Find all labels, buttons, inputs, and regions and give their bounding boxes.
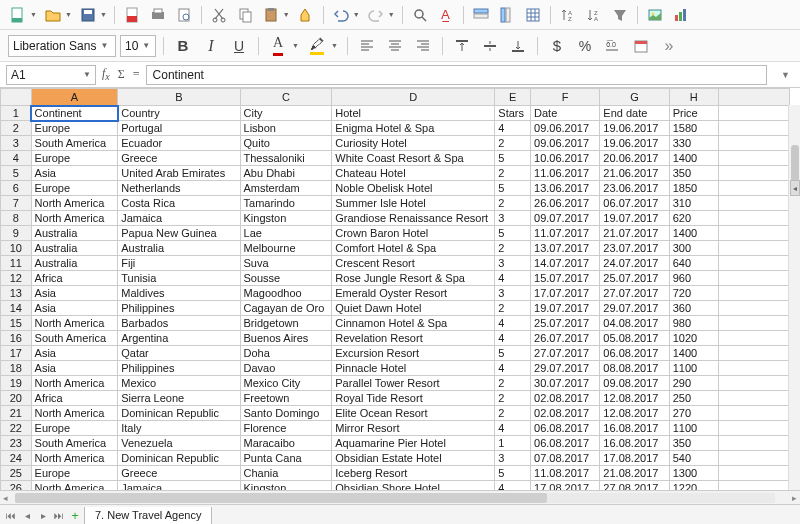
- cell[interactable]: 29.07.2017: [600, 301, 669, 316]
- cell[interactable]: 5: [495, 151, 531, 166]
- cell-reference-box[interactable]: A1 ▼: [6, 65, 96, 85]
- cell[interactable]: 11.07.2017: [531, 226, 600, 241]
- cell[interactable]: [718, 331, 789, 346]
- cell[interactable]: Mexico: [118, 376, 240, 391]
- cell[interactable]: Fiji: [118, 256, 240, 271]
- formula-input[interactable]: Continent: [146, 65, 768, 85]
- cell[interactable]: Davao: [240, 361, 332, 376]
- table-row[interactable]: 9AustraliaPapua New GuineaLaeCrown Baron…: [1, 226, 790, 241]
- paste-icon[interactable]: [259, 3, 283, 27]
- cell[interactable]: [718, 151, 789, 166]
- open-icon[interactable]: [41, 3, 65, 27]
- cell[interactable]: 19.06.2017: [600, 136, 669, 151]
- row-header[interactable]: 2: [1, 121, 32, 136]
- row-header[interactable]: 25: [1, 466, 32, 481]
- align-center-button[interactable]: [383, 34, 407, 58]
- cell[interactable]: Portugal: [118, 121, 240, 136]
- cell[interactable]: [718, 211, 789, 226]
- cell[interactable]: 17.08.2017: [600, 451, 669, 466]
- cell[interactable]: Asia: [31, 166, 118, 181]
- table-row[interactable]: 21North AmericaDominican RepublicSanto D…: [1, 406, 790, 421]
- cell[interactable]: 4: [495, 121, 531, 136]
- cell[interactable]: 09.06.2017: [531, 136, 600, 151]
- cell[interactable]: 5: [495, 181, 531, 196]
- row-header[interactable]: 18: [1, 361, 32, 376]
- number-button[interactable]: 0͞.0: [601, 34, 625, 58]
- cell[interactable]: North America: [31, 376, 118, 391]
- cell[interactable]: [718, 421, 789, 436]
- cell[interactable]: Quiet Dawn Hotel: [332, 301, 495, 316]
- row-header[interactable]: 4: [1, 151, 32, 166]
- cell[interactable]: 09.08.2017: [600, 376, 669, 391]
- cell[interactable]: Cagayan de Oro: [240, 301, 332, 316]
- cell[interactable]: Elite Ocean Resort: [332, 406, 495, 421]
- cell[interactable]: 4: [495, 271, 531, 286]
- horizontal-scrollbar[interactable]: ◂ ▸: [0, 490, 800, 504]
- column-header[interactable]: [718, 89, 789, 106]
- cell[interactable]: 17.07.2017: [531, 286, 600, 301]
- cell[interactable]: 09.07.2017: [531, 211, 600, 226]
- cell[interactable]: 02.08.2017: [531, 391, 600, 406]
- copy-icon[interactable]: [233, 3, 257, 27]
- table-row[interactable]: 14AsiaPhilippinesCagayan de OroQuiet Daw…: [1, 301, 790, 316]
- row-icon[interactable]: [469, 3, 493, 27]
- function-wizard-icon[interactable]: fx: [102, 66, 110, 82]
- cell[interactable]: 16.08.2017: [600, 421, 669, 436]
- column-header[interactable]: E: [495, 89, 531, 106]
- cell[interactable]: [718, 451, 789, 466]
- cell[interactable]: Maldives: [118, 286, 240, 301]
- cell[interactable]: 12.08.2017: [600, 406, 669, 421]
- cell[interactable]: Mexico City: [240, 376, 332, 391]
- cell[interactable]: 13.07.2017: [531, 241, 600, 256]
- cell[interactable]: North America: [31, 196, 118, 211]
- column-header[interactable]: D: [332, 89, 495, 106]
- cell[interactable]: 06.08.2017: [531, 421, 600, 436]
- cell[interactable]: Australia: [31, 241, 118, 256]
- cell[interactable]: Sierra Leone: [118, 391, 240, 406]
- cell[interactable]: 2: [495, 376, 531, 391]
- cell[interactable]: 270: [669, 406, 718, 421]
- cell[interactable]: 4: [495, 361, 531, 376]
- row-header[interactable]: 3: [1, 136, 32, 151]
- column-header[interactable]: F: [531, 89, 600, 106]
- cell[interactable]: 640: [669, 256, 718, 271]
- cell[interactable]: Netherlands: [118, 181, 240, 196]
- cell[interactable]: 1580: [669, 121, 718, 136]
- cell[interactable]: Tamarindo: [240, 196, 332, 211]
- cell[interactable]: South America: [31, 136, 118, 151]
- align-middle-button[interactable]: [478, 34, 502, 58]
- table-row[interactable]: 6EuropeNetherlandsAmsterdamNoble Obelisk…: [1, 181, 790, 196]
- row-header[interactable]: 19: [1, 376, 32, 391]
- column-header[interactable]: [1, 89, 32, 106]
- cell[interactable]: Argentina: [118, 331, 240, 346]
- cell[interactable]: 11.06.2017: [531, 166, 600, 181]
- cell[interactable]: Enigma Hotel & Spa: [332, 121, 495, 136]
- row-header[interactable]: 7: [1, 196, 32, 211]
- cell[interactable]: 17.08.2017: [531, 481, 600, 491]
- spellcheck-icon[interactable]: A̲: [434, 3, 458, 27]
- column-header[interactable]: C: [240, 89, 332, 106]
- table-row[interactable]: 22EuropeItalyFlorenceMirror Resort406.08…: [1, 421, 790, 436]
- cell[interactable]: Punta Cana: [240, 451, 332, 466]
- cell[interactable]: [718, 256, 789, 271]
- cell[interactable]: 1020: [669, 331, 718, 346]
- cell[interactable]: Date: [531, 106, 600, 121]
- cell[interactable]: Rose Jungle Resort & Spa: [332, 271, 495, 286]
- cell[interactable]: Noble Obelisk Hotel: [332, 181, 495, 196]
- cell[interactable]: [718, 241, 789, 256]
- cell[interactable]: Grandiose Renaissance Resort: [332, 211, 495, 226]
- cell[interactable]: 11.08.2017: [531, 466, 600, 481]
- cell[interactable]: Philippines: [118, 301, 240, 316]
- cell[interactable]: [718, 376, 789, 391]
- cell[interactable]: City: [240, 106, 332, 121]
- image-icon[interactable]: [643, 3, 667, 27]
- cell[interactable]: [718, 301, 789, 316]
- dropdown-caret-icon[interactable]: ▼: [331, 42, 338, 49]
- cell[interactable]: 5: [495, 466, 531, 481]
- table-row[interactable]: 16South AmericaArgentinaBuenos AiresReve…: [1, 331, 790, 346]
- cell[interactable]: Revelation Resort: [332, 331, 495, 346]
- cell[interactable]: Africa: [31, 271, 118, 286]
- cell[interactable]: Continent: [31, 106, 118, 121]
- cell[interactable]: [718, 121, 789, 136]
- table-row[interactable]: 17AsiaQatarDohaExcursion Resort527.07.20…: [1, 346, 790, 361]
